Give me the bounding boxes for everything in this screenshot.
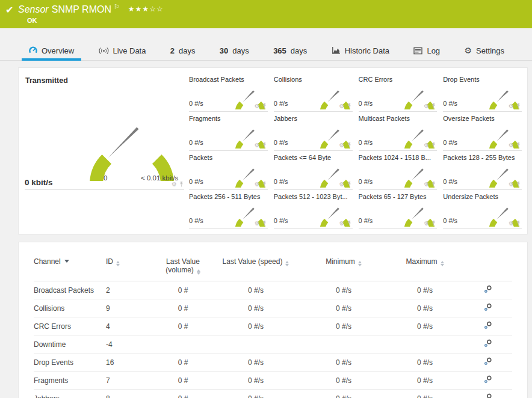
pin-icon[interactable] (262, 182, 267, 188)
gear-icon[interactable]: ⚙ (424, 103, 429, 109)
cell-id: 4 (106, 317, 155, 335)
channel-settings-icon[interactable] (484, 393, 492, 398)
gauge-scale-min: 0 (104, 174, 107, 182)
pin-icon[interactable] (347, 103, 352, 109)
pin-icon[interactable] (431, 182, 436, 188)
gauge-tile: Packets 0 #/s ⚙ (189, 151, 268, 190)
gauge-tile-value: 0 #/s (189, 139, 203, 146)
tab-overview[interactable]: Overview (28, 41, 75, 60)
pin-icon[interactable] (262, 142, 267, 148)
gear-icon[interactable]: ⚙ (509, 142, 514, 148)
gear-icon[interactable]: ⚙ (339, 182, 345, 188)
gear-icon[interactable]: ⚙ (339, 142, 345, 148)
gear-icon[interactable]: ⚙ (255, 142, 260, 148)
gear-icon[interactable]: ⚙ (424, 182, 429, 188)
gauge-tile: Broadcast Packets 0 #/s ⚙ (189, 73, 268, 112)
channel-settings-icon[interactable] (484, 285, 492, 293)
tab-live-data[interactable]: Live Data (97, 41, 147, 60)
gear-icon[interactable]: ⚙ (509, 182, 514, 188)
pin-icon[interactable] (431, 142, 436, 148)
sensor-type-label: Sensor (18, 4, 49, 14)
gauge-tile: Drop Events 0 #/s ⚙ (443, 73, 522, 112)
column-header-channel[interactable]: Channel (34, 255, 106, 281)
live-data-icon (99, 47, 109, 55)
pin-icon[interactable] (347, 221, 352, 227)
tab-label: Settings (476, 46, 504, 55)
tab-historic-data[interactable]: Historic Data (330, 41, 391, 60)
tab-30-days[interactable]: 30 days (218, 41, 250, 60)
column-header-last-value-volume[interactable]: Last Value (volume) (155, 255, 211, 281)
tab-label: days (179, 46, 195, 55)
gauge-tile: Multicast Packets 0 #/s ⚙ (359, 112, 438, 151)
channel-settings-icon[interactable] (484, 321, 492, 329)
pin-icon[interactable] (516, 182, 521, 188)
cell-id: 7 (106, 372, 155, 390)
cell-minimum: 0 #/s (301, 390, 386, 398)
priority-stars-filled: ★★★ (128, 5, 149, 13)
cell-minimum (301, 335, 386, 354)
gauge-tile: Packets 128 - 255 Bytes 0 #/s ⚙ (443, 151, 522, 190)
gear-icon[interactable]: ⚙ (255, 103, 260, 109)
gear-icon[interactable]: ⚙ (255, 182, 260, 188)
gauge-tile: Collisions 0 #/s ⚙ (274, 73, 353, 112)
column-header-minimum[interactable]: Minimum (301, 255, 386, 281)
channel-table-panel: Channel ID Last Value (volume) Last Valu… (18, 242, 528, 398)
cell-id: -4 (106, 335, 155, 354)
gauge-tile: Undersize Packets 0 #/s ⚙ (443, 190, 522, 229)
pin-icon[interactable] (431, 221, 436, 227)
pin-icon[interactable] (516, 142, 521, 148)
pin-icon[interactable] (516, 103, 521, 109)
pin-icon[interactable] (347, 142, 352, 148)
column-header-last-value-speed[interactable]: Last Value (speed) (211, 255, 301, 281)
tab-2-days[interactable]: 2 days (169, 41, 197, 60)
pin-icon[interactable] (516, 221, 521, 227)
cell-id: 9 (106, 299, 155, 317)
check-icon: ✔ (5, 4, 13, 16)
log-icon (413, 47, 422, 55)
tab-label: days (232, 46, 249, 55)
pin-icon[interactable] (347, 182, 352, 188)
gear-icon[interactable]: ⚙ (255, 221, 260, 227)
cell-maximum: 0 #/s (386, 317, 463, 335)
pin-icon[interactable] (262, 221, 267, 227)
cell-maximum: 0 #/s (386, 354, 463, 372)
cell-last-value-volume: 0 # (155, 281, 211, 299)
pin-icon[interactable] (179, 182, 184, 188)
gear-icon[interactable]: ⚙ (424, 221, 429, 227)
channel-settings-icon[interactable] (484, 339, 492, 347)
pin-icon[interactable] (431, 103, 436, 109)
channel-settings-icon[interactable] (484, 357, 492, 366)
sensor-page: ✔ SensorSNMP RMON⚐★★★☆☆ OK Overview Live… (0, 0, 532, 398)
cell-maximum: 0 #/s (386, 281, 463, 299)
table-row: Drop Events 16 0 # 0 #/s 0 #/s 0 #/s (34, 354, 512, 372)
tab-label: days (291, 46, 307, 55)
cell-maximum (386, 335, 463, 354)
cell-minimum: 0 #/s (301, 354, 386, 372)
column-header-actions (463, 255, 512, 281)
gear-icon[interactable]: ⚙ (339, 221, 345, 227)
gauge-tile-value: 0 #/s (359, 139, 373, 146)
gear-icon[interactable]: ⚙ (509, 103, 514, 109)
gear-icon[interactable]: ⚙ (172, 182, 177, 188)
tab-settings[interactable]: ⚙ Settings (463, 41, 506, 60)
gauge-tile: Packets 1024 - 1518 B... 0 #/s ⚙ (359, 151, 438, 190)
column-header-maximum[interactable]: Maximum (386, 255, 463, 281)
channel-settings-icon[interactable] (484, 303, 492, 311)
gear-icon[interactable]: ⚙ (339, 103, 345, 109)
tab-365-days[interactable]: 365 days (272, 41, 308, 60)
channel-table: Channel ID Last Value (volume) Last Valu… (34, 255, 512, 398)
pin-icon[interactable] (262, 103, 267, 109)
cell-last-value-volume: 0 # (155, 299, 211, 317)
gauge-tile: Packets <= 64 Byte 0 #/s ⚙ (274, 151, 353, 190)
channel-settings-icon[interactable] (484, 375, 492, 384)
divider (25, 189, 184, 190)
gauges-panel: Transmitted 0 < 0.01 kbit/s 0 kbit/s ⚙ (18, 67, 528, 234)
flag-icon[interactable]: ⚐ (114, 3, 120, 10)
gear-icon[interactable]: ⚙ (424, 142, 429, 148)
cell-maximum: 0 #/s (386, 372, 463, 390)
tab-log[interactable]: Log (412, 41, 441, 60)
column-header-id[interactable]: ID (106, 255, 155, 281)
gear-icon[interactable]: ⚙ (509, 221, 514, 227)
priority-stars[interactable]: ★★★☆☆ (128, 5, 164, 13)
cell-id: 8 (106, 390, 155, 398)
